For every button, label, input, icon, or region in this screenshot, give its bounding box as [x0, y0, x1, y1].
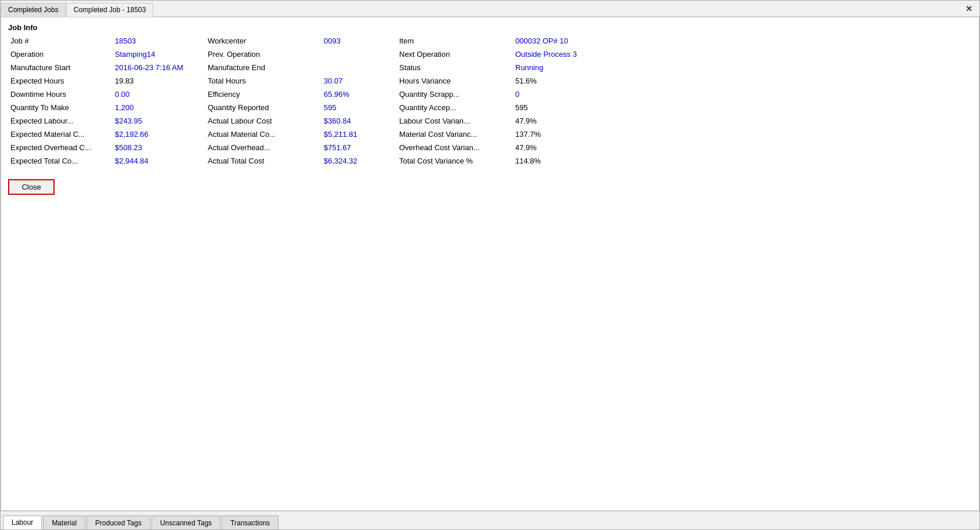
downtime-hours-value: 0.00	[113, 89, 205, 100]
spacer	[8, 195, 972, 504]
status-label: Status	[397, 62, 513, 73]
actual-overhead-value: $751.67	[321, 142, 397, 153]
efficiency-label: Efficiency	[205, 89, 321, 100]
hours-variance-label: Hours Variance	[397, 75, 513, 86]
quantity-to-make-label: Quantity To Make	[8, 102, 113, 113]
item-value: 000032 OP# 10	[513, 35, 641, 46]
close-window-icon[interactable]: ✕	[962, 3, 976, 14]
material-cost-variance-label: Material Cost Varianc...	[397, 129, 513, 140]
workcenter-value: 0093	[321, 35, 397, 46]
bottom-tab-transactions[interactable]: Transactions	[222, 516, 279, 529]
hours-variance-value: 51.6%	[513, 75, 641, 86]
next-operation-value: Outside Process 3	[513, 49, 641, 60]
content-area: Job Info Job # 18503 Workcenter 0093 Ite…	[1, 17, 979, 511]
close-button[interactable]: Close	[8, 179, 55, 195]
job-number-value: 18503	[113, 35, 205, 46]
total-hours-label: Total Hours	[205, 75, 321, 86]
main-window: Completed Jobs Completed Job - 18503 ✕ J…	[0, 0, 980, 530]
actual-labour-cost-label: Actual Labour Cost	[205, 115, 321, 126]
quantity-accepted-label: Quantity Accep...	[397, 102, 513, 113]
quantity-reported-label: Quantity Reported	[205, 102, 321, 113]
info-grid: Job # 18503 Workcenter 0093 Item 000032 …	[8, 35, 972, 166]
bottom-tab-labour[interactable]: Labour	[3, 516, 42, 529]
workcenter-label: Workcenter	[205, 35, 321, 46]
expected-material-label: Expected Material C...	[8, 129, 113, 140]
manufacture-end-label: Manufacture End	[205, 62, 321, 73]
actual-labour-cost-value: $360.84	[321, 115, 397, 126]
actual-total-label: Actual Total Cost	[205, 155, 321, 166]
tab-completed-jobs[interactable]: Completed Jobs	[1, 3, 66, 17]
efficiency-value: 65.96%	[321, 89, 397, 100]
quantity-to-make-value: 1,200	[113, 102, 205, 113]
bottom-tabs-bar: Labour Material Produced Tags Unscanned …	[1, 511, 979, 529]
prev-operation-label: Prev. Operation	[205, 49, 321, 60]
quantity-scrapped-value: 0	[513, 89, 641, 100]
manufacture-start-value: 2016-06-23 7:16 AM	[113, 62, 205, 73]
quantity-reported-value: 595	[321, 102, 397, 113]
bottom-tab-produced-tags[interactable]: Produced Tags	[86, 516, 150, 529]
expected-hours-label: Expected Hours	[8, 75, 113, 86]
job-number-label: Job #	[8, 35, 113, 46]
manufacture-start-label: Manufacture Start	[8, 62, 113, 73]
total-cost-variance-value: 114.8%	[513, 155, 641, 166]
operation-value: Stamping14	[113, 49, 205, 60]
total-hours-value: 30.07	[321, 75, 397, 86]
overhead-cost-variance-label: Overhead Cost Varian...	[397, 142, 513, 153]
expected-material-value: $2,192.66	[113, 129, 205, 140]
operation-label: Operation	[8, 49, 113, 60]
quantity-accepted-value: 595	[513, 102, 641, 113]
bottom-tab-material[interactable]: Material	[43, 516, 85, 529]
expected-labour-value: $243.95	[113, 115, 205, 126]
labour-cost-variance-label: Labour Cost Varian...	[397, 115, 513, 126]
actual-overhead-label: Actual Overhead...	[205, 142, 321, 153]
actual-total-value: $6,324.32	[321, 155, 397, 166]
next-operation-label: Next Operation	[397, 49, 513, 60]
total-cost-variance-label: Total Cost Variance %	[397, 155, 513, 166]
tab-completed-job-18503[interactable]: Completed Job - 18503	[66, 3, 154, 17]
prev-operation-value	[321, 49, 397, 60]
expected-hours-value: 19.83	[113, 75, 205, 86]
expected-overhead-label: Expected Overhead C...	[8, 142, 113, 153]
actual-material-label: Actual Material Co...	[205, 129, 321, 140]
expected-overhead-value: $508.23	[113, 142, 205, 153]
expected-total-label: Expected Total Co...	[8, 155, 113, 166]
manufacture-end-value	[321, 62, 397, 73]
item-label: Item	[397, 35, 513, 46]
status-value: Running	[513, 62, 641, 73]
expected-labour-label: Expected Labour...	[8, 115, 113, 126]
expected-total-value: $2,944.84	[113, 155, 205, 166]
title-bar: Completed Jobs Completed Job - 18503 ✕	[1, 1, 979, 17]
section-title: Job Info	[8, 23, 972, 32]
overhead-cost-variance-value: 47.9%	[513, 142, 641, 153]
material-cost-variance-value: 137.7%	[513, 129, 641, 140]
labour-cost-variance-value: 47.9%	[513, 115, 641, 126]
actual-material-value: $5,211.81	[321, 129, 397, 140]
bottom-tab-unscanned-tags[interactable]: Unscanned Tags	[151, 516, 220, 529]
quantity-scrapped-label: Quantity Scrapp...	[397, 89, 513, 100]
downtime-hours-label: Downtime Hours	[8, 89, 113, 100]
